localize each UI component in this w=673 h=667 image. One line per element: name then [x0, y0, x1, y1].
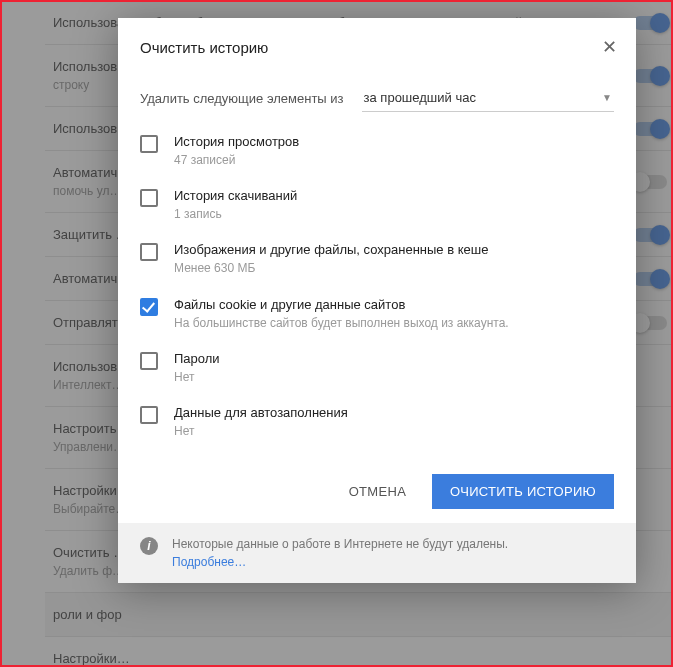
checkbox[interactable]	[140, 243, 158, 261]
clear-item-body: История просмотров47 записей	[174, 134, 614, 168]
clear-item-subtitle: Нет	[174, 423, 614, 439]
time-range-select[interactable]: за прошедший час ▼	[362, 84, 614, 112]
info-icon: i	[140, 537, 158, 555]
dialog-actions: Отмена Очистить историю	[118, 460, 636, 523]
clear-item-body: Изображения и другие файлы, сохраненные …	[174, 242, 614, 276]
clear-item-title: История просмотров	[174, 134, 614, 149]
delete-label: Удалить следующие элементы из	[140, 91, 344, 106]
close-icon[interactable]: ✕	[598, 36, 620, 58]
clear-item-subtitle: 47 записей	[174, 152, 614, 168]
clear-item-body: Файлы cookie и другие данные сайтовНа бо…	[174, 297, 614, 331]
learn-more-link[interactable]: Подробнее…	[172, 555, 246, 569]
clear-item-title: Данные для автозаполнения	[174, 405, 614, 420]
clear-item-subtitle: Нет	[174, 369, 614, 385]
clear-item-body: ПаролиНет	[174, 351, 614, 385]
clear-item-subtitle: Менее 630 МБ	[174, 260, 614, 276]
clear-item: ПаролиНет	[140, 341, 614, 395]
checkbox[interactable]	[140, 352, 158, 370]
clear-item: Файлы cookie и другие данные сайтовНа бо…	[140, 287, 614, 341]
clear-item: Данные размещаемых приложений6 приложени…	[140, 449, 614, 460]
clear-item-body: История скачиваний1 запись	[174, 188, 614, 222]
clear-item-title: Пароли	[174, 351, 614, 366]
checkbox[interactable]	[140, 189, 158, 207]
checkbox[interactable]	[140, 298, 158, 316]
clear-history-button[interactable]: Очистить историю	[432, 474, 614, 509]
checkbox[interactable]	[140, 406, 158, 424]
clear-items-list: История просмотров47 записейИстория скач…	[118, 122, 636, 460]
clear-item-body: Данные для автозаполненияНет	[174, 405, 614, 439]
dialog-footer: i Некоторые данные о работе в Интернете …	[118, 523, 636, 583]
clear-item: История скачиваний1 запись	[140, 178, 614, 232]
checkbox[interactable]	[140, 135, 158, 153]
clear-item: Данные для автозаполненияНет	[140, 395, 614, 449]
cancel-button[interactable]: Отмена	[331, 474, 424, 509]
clear-item-title: Файлы cookie и другие данные сайтов	[174, 297, 614, 312]
clear-history-dialog: Очистить историю ✕ Удалить следующие эле…	[118, 18, 636, 583]
time-range-row: Удалить следующие элементы из за прошедш…	[118, 64, 636, 122]
clear-item-title: Изображения и другие файлы, сохраненные …	[174, 242, 614, 257]
clear-item-subtitle: 1 запись	[174, 206, 614, 222]
dialog-header: Очистить историю ✕	[118, 18, 636, 64]
time-range-value: за прошедший час	[364, 90, 476, 105]
dialog-title: Очистить историю	[140, 39, 268, 56]
chevron-down-icon: ▼	[602, 92, 612, 103]
clear-item-subtitle: На большинстве сайтов будет выполнен вых…	[174, 315, 614, 331]
clear-item-title: История скачиваний	[174, 188, 614, 203]
clear-item: Изображения и другие файлы, сохраненные …	[140, 232, 614, 286]
clear-item: История просмотров47 записей	[140, 124, 614, 178]
footer-text: Некоторые данные о работе в Интернете не…	[172, 537, 508, 551]
footer-text-block: Некоторые данные о работе в Интернете не…	[172, 537, 508, 569]
